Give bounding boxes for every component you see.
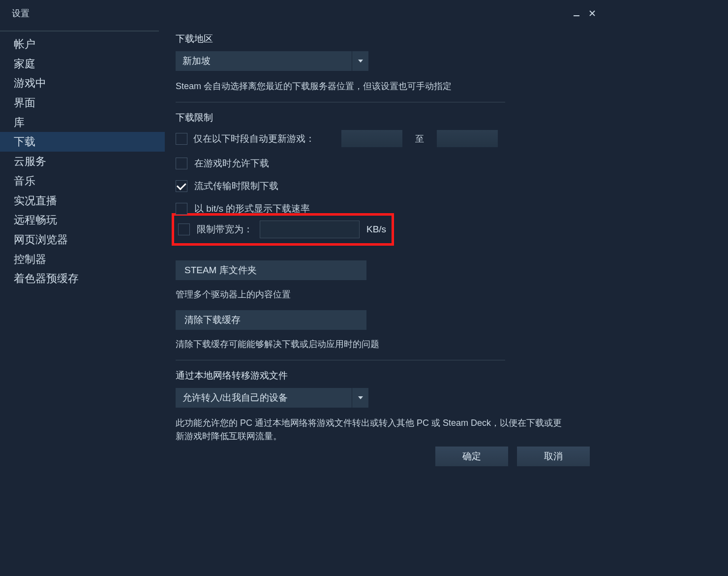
window-controls [571, 8, 598, 19]
close-icon[interactable] [587, 8, 598, 19]
window-title: 设置 [12, 7, 30, 19]
sidebar-item-shader-cache[interactable]: 着色器预缓存 [0, 269, 165, 288]
allow-download-while-playing-row: 在游戏时允许下载 [176, 157, 583, 170]
sidebar-item-library[interactable]: 库 [0, 113, 165, 132]
sidebar-item-controller[interactable]: 控制器 [0, 250, 165, 269]
sidebar-item-remote-play[interactable]: 远程畅玩 [0, 210, 165, 230]
limit-bandwidth-checkbox[interactable] [178, 224, 190, 235]
show-bits-checkbox[interactable] [176, 203, 187, 215]
download-region-heading: 下载地区 [176, 32, 583, 45]
ok-button[interactable]: 确定 [435, 447, 508, 466]
sidebar-item-music[interactable]: 音乐 [0, 171, 165, 191]
auto-update-schedule-row: 仅在以下时段自动更新游戏： 至 [176, 130, 583, 147]
sidebar-item-broadcast[interactable]: 实况直播 [0, 191, 165, 211]
chevron-down-icon[interactable] [352, 51, 368, 71]
sidebar-item-cloud[interactable]: 云服务 [0, 152, 165, 171]
schedule-start-input[interactable] [341, 130, 402, 147]
manage-content-desc: 管理多个驱动器上的内容位置 [176, 288, 583, 301]
lan-transfer-dropdown[interactable]: 允许转入/出我自己的设备 [176, 388, 368, 408]
download-region-dropdown[interactable]: 新加坡 [176, 51, 368, 71]
limit-bandwidth-label: 限制带宽为： [197, 223, 253, 236]
svg-marker-3 [358, 60, 363, 63]
sidebar-item-web-browser[interactable]: 网页浏览器 [0, 230, 165, 250]
download-limit-heading: 下载限制 [176, 111, 583, 124]
svg-marker-4 [358, 396, 363, 399]
bandwidth-unit: KB/s [366, 224, 386, 235]
sidebar-divider [0, 31, 159, 32]
auto-update-schedule-label: 仅在以下时段自动更新游戏： [193, 132, 315, 145]
schedule-end-input[interactable] [437, 130, 498, 147]
minimize-icon[interactable] [571, 8, 582, 19]
sidebar-item-family[interactable]: 家庭 [0, 54, 165, 74]
dialog-footer: 确定 取消 [0, 442, 590, 471]
show-bits-label: 以 bit/s 的形式显示下载速率 [194, 202, 310, 215]
clear-cache-desc: 清除下载缓存可能能够解决下载或启动应用时的问题 [176, 338, 583, 351]
cancel-button[interactable]: 取消 [517, 447, 590, 466]
divider [176, 102, 505, 102]
lan-transfer-heading: 通过本地网络转移游戏文件 [176, 369, 583, 382]
allow-download-while-playing-checkbox[interactable] [176, 158, 187, 169]
sidebar-item-account[interactable]: 帐户 [0, 34, 165, 54]
sidebar-item-downloads[interactable]: 下载 [0, 132, 165, 152]
sidebar: 帐户 家庭 游戏中 界面 库 下载 云服务 音乐 实况直播 远程畅玩 网页浏览器… [0, 24, 165, 476]
divider [176, 360, 505, 360]
lan-transfer-value: 允许转入/出我自己的设备 [176, 388, 352, 408]
settings-window: 设置 帐户 家庭 游戏中 界面 库 下载 云服务 音乐 实况直播 远程畅玩 网页… [0, 0, 603, 476]
auto-update-schedule-checkbox[interactable] [176, 133, 187, 145]
download-region-desc: Steam 会自动选择离您最近的下载服务器位置，但该设置也可手动指定 [176, 80, 583, 93]
throttle-while-streaming-row: 流式传输时限制下载 [176, 180, 583, 192]
throttle-while-streaming-label: 流式传输时限制下载 [194, 180, 278, 192]
clear-cache-button[interactable]: 清除下载缓存 [176, 310, 366, 330]
download-region-value: 新加坡 [176, 51, 352, 71]
bandwidth-input[interactable] [260, 221, 360, 238]
lan-transfer-desc: 此功能允许您的 PC 通过本地网络将游戏文件转出或转入其他 PC 或 Steam… [176, 416, 569, 443]
throttle-while-streaming-checkbox[interactable] [176, 180, 187, 192]
titlebar: 设置 [0, 0, 603, 24]
limit-bandwidth-row: 限制带宽为： KB/s [178, 221, 388, 238]
content-panel: 下载地区 新加坡 Steam 会自动选择离您最近的下载服务器位置，但该设置也可手… [165, 24, 603, 476]
sidebar-item-in-game[interactable]: 游戏中 [0, 73, 165, 93]
allow-download-while-playing-label: 在游戏时允许下载 [194, 157, 269, 170]
schedule-to-label: 至 [415, 133, 424, 145]
bandwidth-limit-highlight: 限制带宽为： KB/s [172, 213, 394, 246]
library-folders-button[interactable]: STEAM 库文件夹 [176, 260, 366, 280]
chevron-down-icon[interactable] [352, 388, 368, 408]
sidebar-item-interface[interactable]: 界面 [0, 93, 165, 113]
